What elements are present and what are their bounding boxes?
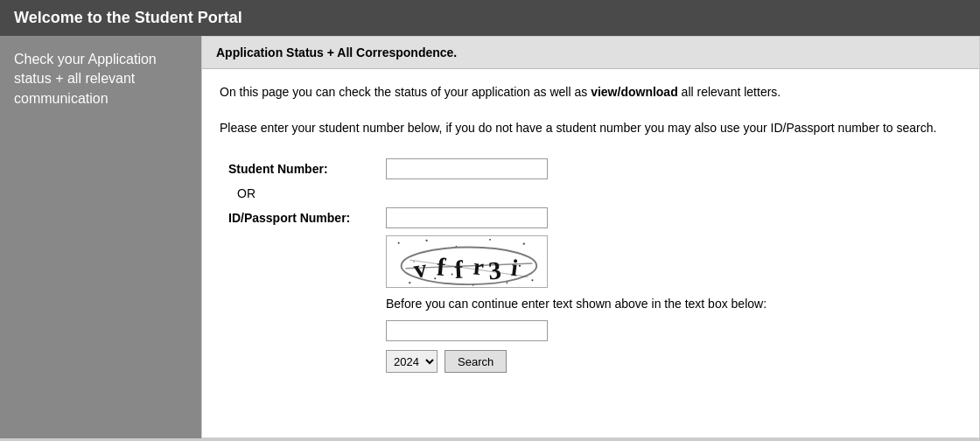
content-body: On this page you can check the status of… <box>202 69 979 387</box>
svg-point-5 <box>523 243 525 245</box>
svg-point-13 <box>519 265 521 267</box>
svg-point-6 <box>531 279 533 281</box>
sidebar-text: Check your Application status + all rele… <box>14 52 157 106</box>
svg-point-12 <box>452 274 453 276</box>
page-header: Welcome to the Student Portal <box>0 0 980 36</box>
captcha-description-text: Before you can continue enter text shown… <box>386 297 766 311</box>
bottom-controls-row: 2024 2023 2022 2021 2020 Search <box>386 350 962 373</box>
year-select[interactable]: 2024 2023 2022 2021 2020 <box>386 350 438 373</box>
student-number-input[interactable] <box>386 158 548 179</box>
bold-text: view/download <box>591 85 678 99</box>
instruction-text: Please enter your student number below, … <box>220 121 936 135</box>
content-area: Application Status + All Correspondence.… <box>201 36 980 438</box>
svg-text:3: 3 <box>487 256 502 284</box>
description-paragraph: On this page you can check the status of… <box>220 83 962 102</box>
or-divider: OR <box>237 186 962 200</box>
svg-point-4 <box>489 239 491 241</box>
sidebar: Check your Application status + all rele… <box>0 36 201 438</box>
svg-text:f: f <box>454 255 465 283</box>
id-passport-label: ID/Passport Number: <box>228 211 386 225</box>
captcha-svg: v f f r 3 i <box>387 236 547 287</box>
svg-point-1 <box>398 242 400 244</box>
id-passport-row: ID/Passport Number: <box>228 207 962 228</box>
form-section: Student Number: OR ID/Passport Number: <box>220 158 962 373</box>
id-passport-input[interactable] <box>386 207 548 228</box>
student-number-row: Student Number: <box>228 158 962 179</box>
main-layout: Check your Application status + all rele… <box>0 36 980 438</box>
svg-point-7 <box>409 282 410 284</box>
content-header: Application Status + All Correspondence. <box>202 37 979 69</box>
header-title: Welcome to the Student Portal <box>14 9 242 26</box>
content-header-title: Application Status + All Correspondence. <box>216 46 457 60</box>
captcha-input-row <box>386 320 962 341</box>
search-button[interactable]: Search <box>444 350 507 373</box>
svg-point-2 <box>425 240 427 242</box>
instruction-paragraph: Please enter your student number below, … <box>220 119 962 137</box>
captcha-description-row: Before you can continue enter text shown… <box>386 295 962 313</box>
student-number-label: Student Number: <box>228 162 386 176</box>
captcha-image: v f f r 3 i <box>386 235 548 288</box>
captcha-input[interactable] <box>386 320 548 341</box>
captcha-image-container: v f f r 3 i <box>386 235 962 288</box>
